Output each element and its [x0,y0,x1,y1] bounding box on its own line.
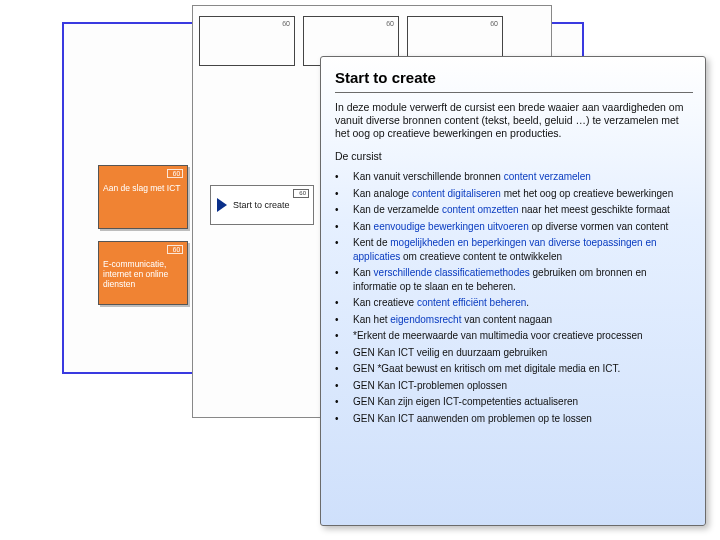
highlight-text: verschillende classificatiemethodes [374,267,530,278]
competency-text: Kan eenvoudige bewerkingen uitvoeren op … [353,220,693,234]
competency-list: •Kan vanuit verschillende bronnen conten… [335,170,693,428]
competency-text: Kan creatieve content efficiënt beheren. [353,296,693,310]
bullet-icon: • [335,203,353,217]
bullet-icon: • [335,236,353,263]
callout-intro: In deze module verwerft de cursist een b… [335,101,693,140]
competency-item: •*Erkent de meerwaarde van multimedia vo… [335,329,693,343]
competency-text: GEN *Gaat bewust en kritisch om met digi… [353,362,693,376]
play-triangle-icon [217,198,227,212]
bullet-icon: • [335,220,353,234]
module-card-e-communicatie: 60 E-communicatie, internet en online di… [98,241,188,305]
module-card-label: E-communicatie, internet en online diens… [103,259,168,289]
linked-module-label: Start to create [233,200,290,210]
competency-item: •GEN Kan ICT veilig en duurzaam gebruike… [335,346,693,360]
bullet-icon: • [335,346,353,360]
competency-item: •Kent de mogelijkheden en beperkingen va… [335,236,693,263]
highlight-text: mogelijkheden en beperkingen van diverse… [353,237,657,262]
competency-item: •Kan analoge content digitaliseren met h… [335,187,693,201]
module-card-aan-de-slag: 60 Aan de slag met ICT [98,165,188,229]
callout-lead: De cursist [335,150,693,162]
module-card-label: Aan de slag met ICT [103,183,180,193]
competency-text: GEN Kan ICT-problemen oplossen [353,379,693,393]
competency-item: •GEN Kan ICT aanwenden om problemen op t… [335,412,693,426]
competency-item: •GEN *Gaat bewust en kritisch om met dig… [335,362,693,376]
competency-item: •Kan eenvoudige bewerkingen uitvoeren op… [335,220,693,234]
bullet-icon: • [335,187,353,201]
competency-item: •GEN Kan ICT-problemen oplossen [335,379,693,393]
credits-badge: 60 [167,169,183,178]
bg-module-card: 60 [199,16,295,66]
highlight-text: eigendomsrecht [390,314,461,325]
competency-item: •Kan de verzamelde content omzetten naar… [335,203,693,217]
credits-badge: 60 [167,245,183,254]
competency-text: Kan de verzamelde content omzetten naar … [353,203,693,217]
divider [335,92,693,93]
highlight-text: content efficiënt beheren [417,297,526,308]
competency-text: Kan vanuit verschillende bronnen content… [353,170,693,184]
bullet-icon: • [335,412,353,426]
credits-badge: 60 [293,189,309,198]
bullet-icon: • [335,379,353,393]
competency-item: •Kan vanuit verschillende bronnen conten… [335,170,693,184]
competency-text: Kan verschillende classificatiemethodes … [353,266,693,293]
highlight-text: content omzetten [442,204,519,215]
competency-item: •Kan creatieve content efficiënt beheren… [335,296,693,310]
competency-item: •Kan verschillende classificatiemethodes… [335,266,693,293]
module-details-callout: Start to create In deze module verwerft … [320,56,706,526]
bullet-icon: • [335,296,353,310]
competency-text: Kent de mogelijkheden en beperkingen van… [353,236,693,263]
callout-title: Start to create [335,69,693,86]
bullet-icon: • [335,395,353,409]
competency-text: Kan analoge content digitaliseren met he… [353,187,693,201]
bullet-icon: • [335,362,353,376]
competency-text: GEN Kan zijn eigen ICT-competenties actu… [353,395,693,409]
competency-text: GEN Kan ICT veilig en duurzaam gebruiken [353,346,693,360]
highlight-text: content verzamelen [504,171,591,182]
highlight-text: content digitaliseren [412,188,501,199]
competency-text: *Erkent de meerwaarde van multimedia voo… [353,329,693,343]
linked-module-box: Start to create 60 [210,185,314,225]
bullet-icon: • [335,266,353,293]
competency-text: GEN Kan ICT aanwenden om problemen op te… [353,412,693,426]
bullet-icon: • [335,313,353,327]
competency-item: •GEN Kan zijn eigen ICT-competenties act… [335,395,693,409]
highlight-text: eenvoudige bewerkingen uitvoeren [374,221,529,232]
bullet-icon: • [335,329,353,343]
competency-text: Kan het eigendomsrecht van content nagaa… [353,313,693,327]
bullet-icon: • [335,170,353,184]
competency-item: •Kan het eigendomsrecht van content naga… [335,313,693,327]
